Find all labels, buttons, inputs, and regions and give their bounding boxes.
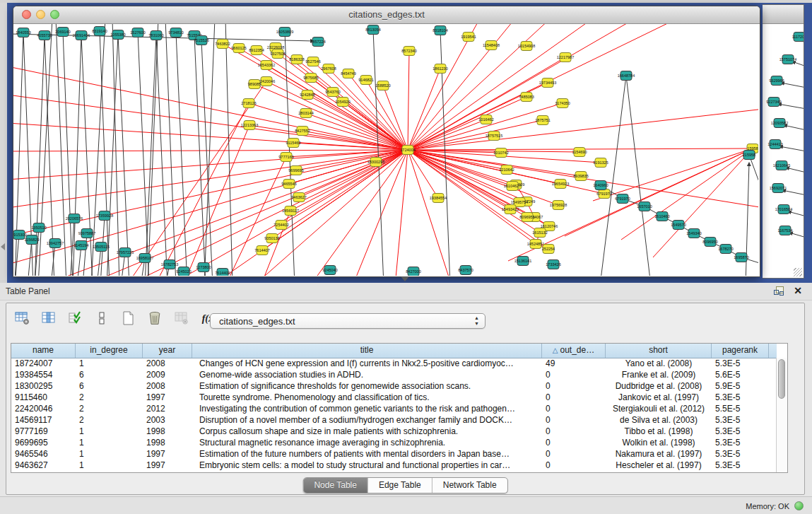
- column-header-in-degree[interactable]: in_degree: [76, 344, 143, 358]
- column-header-pagerank[interactable]: pagerank: [712, 344, 769, 358]
- network-node[interactable]: 7515526: [194, 36, 208, 45]
- table-cell[interactable]: 1997: [143, 460, 192, 471]
- network-window-titlebar[interactable]: citations_edges.txt: [13, 6, 760, 24]
- table-cell[interactable]: 5.3E-5: [712, 414, 769, 426]
- table-select-dropdown[interactable]: citations_edges.txt ▲▼: [210, 313, 486, 329]
- tab-network-table[interactable]: Network Table: [433, 478, 507, 493]
- background-window-titlebar[interactable]: [763, 5, 804, 24]
- table-cell[interactable]: 5.6E-5: [712, 369, 769, 380]
- table-cell[interactable]: 1: [76, 426, 143, 437]
- table-row[interactable]: 911546021997Tourette syndrome. Phenomeno…: [11, 392, 777, 403]
- table-row[interactable]: 977716911998Corpus callosum shape and si…: [11, 426, 777, 437]
- network-node[interactable]: 1875751: [535, 116, 550, 125]
- table-row[interactable]: 2242004622012Investigating the contribut…: [11, 403, 777, 414]
- network-node[interactable]: 8813054: [365, 25, 380, 35]
- table-row[interactable]: 946362711997Embryonic stem cells: a mode…: [11, 460, 777, 471]
- network-node[interactable]: 2069140: [55, 28, 70, 37]
- network-node[interactable]: 9875685: [303, 74, 318, 83]
- network-node[interactable]: 9245020: [176, 267, 191, 276]
- network-node[interactable]: 20691406: [73, 31, 90, 40]
- network-node[interactable]: 9191325: [593, 158, 608, 168]
- table-cell[interactable]: 2012: [143, 403, 192, 414]
- network-node[interactable]: 9660125: [231, 44, 246, 53]
- network-node[interactable]: 1549570: [671, 221, 686, 230]
- table-row[interactable]: 1938455462009Genome-wide association stu…: [11, 369, 777, 380]
- table-cell[interactable]: 5.3E-5: [712, 358, 769, 369]
- table-cell[interactable]: 5.3E-5: [712, 448, 769, 460]
- divider-collapse-arrow-icon[interactable]: [401, 276, 409, 281]
- table-cell[interactable]: 0: [542, 460, 606, 471]
- network-node[interactable]: 1244413: [767, 140, 782, 149]
- network-node[interactable]: 1640960: [593, 181, 608, 190]
- network-node[interactable]: 9350136: [264, 234, 279, 243]
- table-cell[interactable]: Changes of HCN gene expression and I(f) …: [192, 358, 542, 369]
- network-node[interactable]: 8318104: [433, 26, 447, 35]
- delete-trash-icon[interactable]: [146, 309, 164, 329]
- network-node[interactable]: 12093582: [771, 119, 788, 128]
- table-cell[interactable]: 0: [542, 403, 606, 414]
- table-cell[interactable]: Tibbo et al. (1998): [606, 426, 712, 437]
- table-cell[interactable]: Corpus callosum shape and size in male p…: [192, 426, 542, 437]
- table-cell[interactable]: 1997: [143, 448, 192, 460]
- table-cell[interactable]: 9699695: [11, 437, 76, 448]
- table-cell[interactable]: 0: [542, 426, 606, 437]
- network-node[interactable]: 9115460: [286, 139, 300, 148]
- table-cell[interactable]: 2: [76, 392, 143, 403]
- network-node[interactable]: 1154690: [572, 148, 587, 157]
- table-cell[interactable]: 6: [76, 380, 143, 392]
- network-node[interactable]: 1055380: [110, 30, 125, 40]
- table-cell[interactable]: Stergiakouli et al. (2012): [606, 403, 712, 414]
- network-node[interactable]: 17359928: [96, 211, 113, 221]
- network-node[interactable]: 19654923: [552, 180, 569, 189]
- column-header-year[interactable]: year: [143, 344, 192, 358]
- network-canvas[interactable]: 1724004746382296601258912354232260389327…: [13, 24, 758, 276]
- network-node[interactable]: 1016462: [478, 115, 493, 124]
- network-node[interactable]: 8096950: [702, 238, 717, 247]
- table-cell[interactable]: de Silva et al. (2003): [606, 414, 712, 426]
- new-column-icon[interactable]: [119, 309, 138, 329]
- table-cell[interactable]: 1: [76, 448, 143, 460]
- delete-table-disabled-icon[interactable]: [172, 309, 191, 329]
- table-cell[interactable]: Investigating the contribution of common…: [192, 403, 542, 414]
- network-node[interactable]: 1054920: [335, 98, 350, 107]
- table-row[interactable]: 1830029562008Estimation of significance …: [11, 380, 777, 392]
- network-node[interactable]: 7831060: [148, 31, 163, 40]
- network-node[interactable]: 1840553: [16, 28, 30, 37]
- table-cell[interactable]: Hescheler et al. (1997): [606, 460, 712, 471]
- table-cell[interactable]: 0: [542, 380, 606, 392]
- table-row[interactable]: 1456911722003Disruption of a novel membe…: [11, 414, 777, 426]
- network-node[interactable]: 1273800: [196, 263, 211, 272]
- network-node[interactable]: 1145194: [73, 241, 88, 250]
- network-node[interactable]: 9527546: [305, 57, 320, 66]
- table-cell[interactable]: Structural magnetic resonance image aver…: [192, 437, 542, 448]
- select-columns-icon[interactable]: [66, 309, 85, 329]
- tab-edge-table[interactable]: Edge Table: [368, 478, 433, 493]
- network-node[interactable]: 8186328: [289, 55, 304, 64]
- table-cell[interactable]: 2008: [143, 380, 192, 392]
- table-cell[interactable]: 0: [542, 448, 606, 460]
- network-node[interactable]: 17016504: [775, 205, 792, 214]
- column-header-name[interactable]: name: [11, 344, 76, 358]
- network-node[interactable]: 13942757: [47, 239, 64, 248]
- table-cell[interactable]: 5.3E-5: [712, 437, 769, 448]
- network-node[interactable]: 1678270: [718, 245, 733, 254]
- network-node[interactable]: 6791970: [596, 189, 611, 199]
- network-node[interactable]: 12213363: [241, 121, 258, 130]
- table-cell[interactable]: Embryonic stem cells: a model to study s…: [192, 460, 542, 471]
- network-node[interactable]: 1695870: [734, 253, 748, 262]
- network-node[interactable]: 7614400: [215, 269, 230, 276]
- network-node[interactable]: 215958: [743, 151, 755, 160]
- table-cell[interactable]: 18300295: [11, 380, 76, 392]
- collapse-left-arrow-icon[interactable]: [1, 243, 5, 250]
- table-cell[interactable]: 1: [76, 437, 143, 448]
- table-cell[interactable]: 1997: [143, 392, 192, 403]
- table-cell[interactable]: Estimation of the future numbers of pati…: [192, 448, 542, 460]
- network-node[interactable]: 9327508: [270, 49, 285, 59]
- network-node[interactable]: 8319140: [92, 27, 107, 36]
- network-node[interactable]: 1588520: [375, 81, 390, 90]
- table-cell[interactable]: 5.3E-5: [712, 426, 769, 437]
- network-node[interactable]: 9463627: [291, 193, 306, 202]
- resize-grip-icon[interactable]: [794, 268, 802, 276]
- network-node[interactable]: 989085: [248, 80, 261, 89]
- background-network-window[interactable]: 1117200157510749329966922734912093582124…: [763, 4, 804, 279]
